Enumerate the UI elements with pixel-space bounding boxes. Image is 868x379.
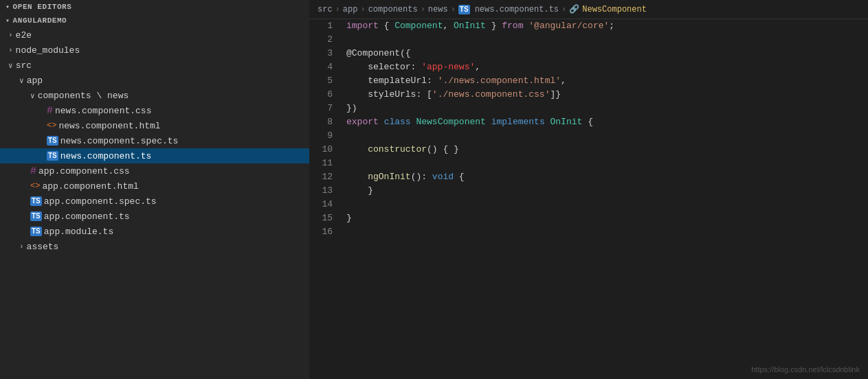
folder-arrow-icon: ∨ [8,61,13,70]
crumb-ts-badge: TS [458,5,470,14]
file-label: app.component.css [38,166,130,176]
folder-label: e2e [16,30,32,41]
folder-arrow-icon: › [19,242,24,251]
line-number: 11 [309,157,344,170]
ts-icon: TS [30,196,42,206]
code-line: 2 [309,33,868,47]
line-number: 14 [309,198,344,211]
file-label: news.component.spec.ts [60,136,179,146]
code-line: 4 selector: 'app-news', [309,60,868,74]
crumb-link-icon: 🔗 [569,4,579,14]
crumb-filename: news.component.ts [475,5,559,14]
folder-label: node_modules [16,45,80,56]
crumb-app: app [343,5,358,14]
tree-item-e2e[interactable]: ›e2e [0,27,309,43]
tree-item-news-component-spec-ts[interactable]: TSnews.component.spec.ts [0,133,309,148]
crumb-news: news [428,5,448,14]
code-line: 16 [309,225,868,239]
file-label: news.component.html [58,121,160,131]
tree-item-components-news[interactable]: ∨components \ news [0,88,309,103]
line-number: 6 [309,88,344,102]
folder-label: components \ news [38,91,129,101]
html-icon: <> [47,121,56,130]
code-line: 15} [309,211,868,225]
code-line: 9 [309,129,868,143]
tree-item-src[interactable]: ∨src [0,58,309,73]
file-label: app.component.html [42,181,138,192]
line-number: 8 [309,115,344,129]
ts-icon: TS [47,136,58,146]
line-number: 12 [309,170,344,184]
line-content: } [344,184,868,198]
line-number: 4 [309,60,344,74]
line-content: selector: 'app-news', [344,60,868,74]
tree-item-app-component-css[interactable]: #app.component.css [0,163,309,179]
open-editors-label: OPEN EDITORS [13,3,72,11]
sep5: › [561,5,566,14]
line-number: 3 [309,47,344,60]
open-editors-header[interactable]: ▾ OPEN EDITORS [0,0,309,14]
folder-label: assets [27,242,59,252]
sep3: › [421,5,425,14]
file-label: news.component.ts [60,151,152,161]
code-line: 5 templateUrl: './news.component.html', [309,74,868,88]
crumb-components: components [368,5,418,14]
code-line: 12 ngOnInit(): void { [309,170,868,184]
code-line: 1import { Component, OnInit } from '@ang… [309,19,868,33]
code-line: 7}) [309,102,868,115]
line-content: } [344,211,868,225]
sep1: › [335,5,340,14]
tree-item-assets[interactable]: ›assets [0,239,309,254]
tree-item-news-component-html[interactable]: <>news.component.html [0,118,309,133]
crumb-src: src [318,5,333,14]
line-number: 2 [309,33,344,47]
code-line: 14 [309,198,868,211]
folder-arrow-icon: ∨ [19,76,24,85]
tree-item-news-component-css[interactable]: #news.component.css [0,103,309,118]
folder-label: src [16,60,32,71]
css-icon: # [47,105,53,117]
line-number: 9 [309,129,344,143]
ts-icon: TS [30,211,42,221]
line-number: 7 [309,102,344,115]
code-line: 10 constructor() { } [309,143,868,157]
sep2: › [360,5,365,14]
tree-item-node_modules[interactable]: ›node_modules [0,43,309,58]
file-tree: ›e2e›node_modules∨src∨app∨components \ n… [0,27,309,254]
code-line: 11 [309,157,868,170]
html-icon: <> [30,181,40,191]
line-number: 5 [309,74,344,88]
code-lines: 1import { Component, OnInit } from '@ang… [309,19,868,239]
angulardemo-header[interactable]: ▾ ANGULARDEMO [0,14,309,27]
code-line: 3@Component({ [309,47,868,60]
tree-item-app-component-spec-ts[interactable]: TSapp.component.spec.ts [0,194,309,209]
line-number: 13 [309,184,344,198]
watermark: https://blog.csdn.net/lclcsdnblink [751,365,860,374]
editor-panel: src › app › components › news › TS news.… [309,0,868,379]
tree-item-app-component-html[interactable]: <>app.component.html [0,179,309,194]
code-line: 6 styleUrls: ['./news.component.css']} [309,88,868,102]
code-editor[interactable]: 1import { Component, OnInit } from '@ang… [309,19,868,379]
tree-item-news-component-ts[interactable]: TSnews.component.ts [0,148,309,163]
crumb-class: NewsComponent [582,5,647,14]
ts-icon: TS [47,151,58,161]
css-icon: # [30,165,36,177]
line-content: @Component({ [344,47,868,60]
open-editors-arrow: ▾ [5,3,10,11]
sidebar: ▾ OPEN EDITORS ▾ ANGULARDEMO ›e2e›node_m… [0,0,309,379]
line-number: 16 [309,225,344,239]
folder-label: app [27,76,43,86]
line-content: ngOnInit(): void { [344,170,868,184]
breadcrumb: src › app › components › news › TS news.… [309,0,868,19]
tree-item-app-component-ts[interactable]: TSapp.component.ts [0,209,309,224]
code-line: 13 } [309,184,868,198]
line-content: styleUrls: ['./news.component.css']} [344,88,868,102]
tree-item-app-module-ts[interactable]: TSapp.module.ts [0,224,309,239]
angulardemo-arrow: ▾ [5,16,10,25]
ts-icon: TS [30,227,42,236]
sep4: › [451,5,456,14]
line-content: }) [344,102,868,115]
folder-arrow-icon: › [8,31,13,39]
tree-item-app[interactable]: ∨app [0,73,309,88]
line-number: 15 [309,211,344,225]
